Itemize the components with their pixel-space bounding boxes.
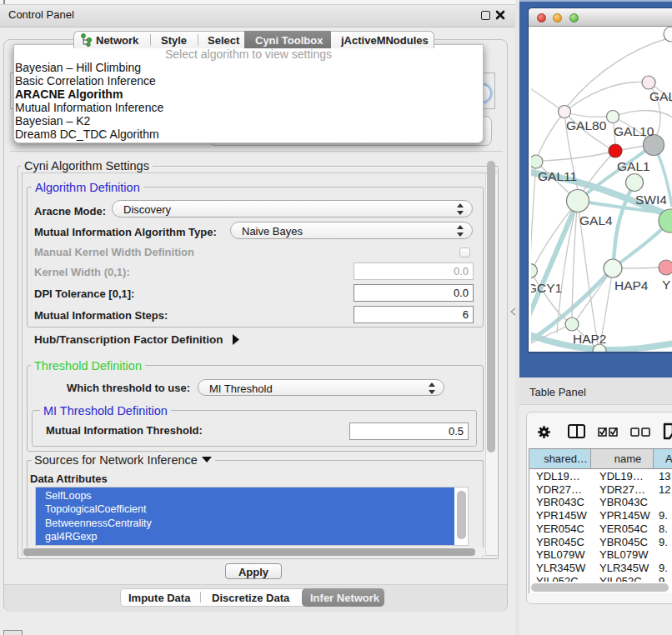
svg-text:GAL4: GAL4 (579, 213, 613, 228)
svg-text:HAP4: HAP4 (614, 278, 649, 292)
svg-text:GAL1: GAL1 (617, 159, 650, 173)
svg-text:GAL80: GAL80 (566, 118, 607, 132)
svg-text:Y: Y (662, 278, 670, 292)
svg-text:GAL2: GAL2 (649, 89, 672, 103)
svg-text:GAL11: GAL11 (538, 169, 577, 183)
svg-text:SWI4: SWI4 (635, 192, 667, 207)
svg-text:GAL10: GAL10 (614, 124, 654, 138)
svg-text:GCY1: GCY1 (531, 281, 562, 295)
svg-text:HAP2: HAP2 (573, 332, 607, 346)
